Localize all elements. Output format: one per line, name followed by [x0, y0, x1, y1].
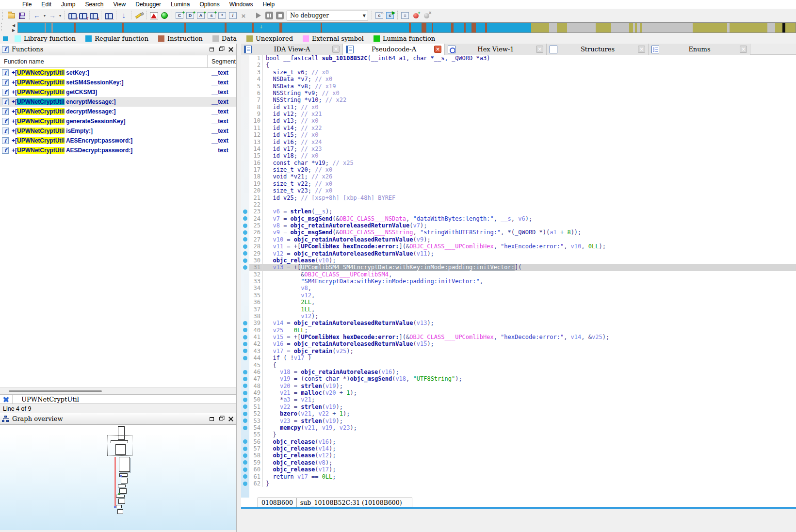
jump-icon[interactable]: ↓ — [118, 10, 129, 21]
create-struct-icon[interactable]: * — [217, 10, 227, 21]
tab-close-icon[interactable]: × — [638, 46, 645, 53]
navband-right-icon[interactable]: ▶ — [12, 28, 15, 32]
navband-left-icon[interactable]: ◀ — [12, 23, 15, 28]
pseudocode-line[interactable]: 55 } — [241, 431, 796, 438]
function-row[interactable]: f+[UPWNetCryptUtil encryptMessage:]__tex… — [0, 97, 236, 107]
pseudocode-line[interactable]: 57 objc_release(v14); — [241, 445, 796, 452]
line-text[interactable]: objc_release(v10); — [262, 257, 796, 264]
line-dot[interactable] — [241, 229, 249, 236]
line-dot[interactable] — [241, 257, 249, 264]
line-text[interactable]: objc_release(v16); — [262, 438, 796, 445]
forward-icon[interactable]: → — [47, 10, 58, 21]
line-dot[interactable] — [241, 424, 249, 431]
function-row[interactable]: f+[UPWNetCryptUtil setSM4SessionKey:]__t… — [0, 78, 236, 87]
line-text[interactable]: size_t v6; // x0 — [262, 69, 796, 76]
line-text[interactable]: v20 = strlen(v19); — [262, 383, 796, 389]
line-dot[interactable] — [241, 264, 249, 271]
line-text[interactable]: "SM4EncryptData:withKey:inMode:padding:i… — [262, 278, 796, 285]
pseudocode-line[interactable]: 32 &OBJC_CLASS___UPComlibSM4, — [241, 271, 796, 278]
create-data-icon[interactable]: D+ — [185, 10, 195, 21]
search-text-icon[interactable]: T — [78, 10, 88, 21]
line-text[interactable]: size_t v22; // x0 — [262, 180, 796, 187]
line-dot[interactable] — [241, 459, 249, 466]
pseudocode-line[interactable]: 41 v15 = +[UPComlibHex hexDecode:error:]… — [241, 334, 796, 340]
pseudocode-line[interactable]: 17 size_t v20; // x0 — [241, 166, 796, 173]
pseudocode-line[interactable]: 36 2LL, — [241, 299, 796, 306]
close-button[interactable] — [227, 47, 234, 52]
tab-close-icon[interactable]: × — [434, 46, 441, 53]
line-text[interactable]: v11 = +[UPComlibHex hexEncode:error:](&O… — [262, 243, 796, 250]
pseudocode-line[interactable]: 44 if ( !v17 ) — [241, 355, 796, 361]
line-text[interactable]: v18 = objc_retainAutorelease(v16); — [262, 369, 796, 375]
function-row[interactable]: f+[UPWNetCryptUtil setKey:]__text — [0, 68, 236, 78]
line-dot[interactable] — [241, 369, 249, 375]
line-text[interactable]: v13 = +[UPComlibSM4 SM4EncryptData:withK… — [262, 264, 796, 271]
line-text[interactable]: id v17; // x23 — [262, 145, 796, 152]
pseudocode-line[interactable]: 34 v8, — [241, 285, 796, 291]
breakpoint-add-icon[interactable]: + — [410, 10, 421, 21]
line-text[interactable]: objc_release(v17); — [262, 466, 796, 473]
line-text[interactable]: NSData *v7; // x0 — [262, 76, 796, 82]
pseudocode-line[interactable]: 10 id v13; // x0 — [241, 117, 796, 124]
line-text[interactable]: v8 = objc_retainAutoreleasedReturnValue(… — [262, 222, 796, 229]
function-row[interactable]: f+[UPWNetCryptUtil AESDecrypt:password:]… — [0, 145, 236, 155]
line-text[interactable]: v12, — [262, 292, 796, 299]
pseudocode-line[interactable]: 4 NSData *v7; // x0 — [241, 76, 796, 82]
pseudocode-line[interactable]: 18 void *v21; // x26 — [241, 173, 796, 180]
line-dot[interactable] — [241, 236, 249, 243]
pseudocode-line[interactable]: 43 v17 = objc_retain(v25); — [241, 348, 796, 355]
line-text[interactable]: v6 = strlen(__s); — [262, 208, 796, 215]
attach-process-icon[interactable]: c← — [374, 10, 385, 21]
pseudocode-line[interactable]: 3 size_t v6; // x0 — [241, 69, 796, 76]
line-dot[interactable] — [241, 438, 249, 445]
functions-hscrollbar[interactable] — [0, 387, 236, 394]
navband-grip[interactable] — [1, 22, 4, 32]
pseudocode-line[interactable]: 5 NSData *v8; // x19 — [241, 83, 796, 90]
pseudocode-line[interactable]: 22 — [241, 201, 796, 208]
pseudocode-view[interactable]: 1bool __fastcall sub_10108B52C(__int64 a… — [241, 55, 796, 498]
line-text[interactable] — [262, 201, 796, 208]
line-text[interactable]: } — [262, 431, 796, 438]
tab-enums[interactable]: Enums× — [649, 44, 750, 55]
undefine-icon[interactable]: × — [238, 10, 249, 21]
pseudocode-line[interactable]: 27 v10 = objc_retainAutoreleasedReturnVa… — [241, 236, 796, 243]
pseudocode-line[interactable]: 29 v12 = objc_retainAutoreleasedReturnVa… — [241, 250, 796, 257]
menu-search[interactable]: Search — [80, 0, 108, 8]
pseudocode-line[interactable]: 28 v11 = +[UPComlibHex hexEncode:error:]… — [241, 243, 796, 250]
line-dot[interactable] — [241, 250, 249, 257]
line-dot[interactable] — [241, 215, 249, 222]
pseudocode-line[interactable]: 45 { — [241, 362, 796, 369]
pseudocode-line[interactable]: 26 v9 = objc_msgSend(&OBJC_CLASS___NSStr… — [241, 229, 796, 236]
column-segment[interactable]: Segment — [211, 58, 236, 65]
line-text[interactable]: v12); — [262, 313, 796, 320]
line-text[interactable]: *a3 = v21; — [262, 396, 796, 403]
debugger-select[interactable]: No debugger▼ — [287, 11, 368, 20]
line-text[interactable]: objc_release(v8); — [262, 459, 796, 466]
line-dot[interactable] — [241, 396, 249, 403]
search-next-icon[interactable]: → — [103, 10, 114, 21]
pseudocode-line[interactable]: 1bool __fastcall sub_10108B52C(__int64 a… — [241, 55, 796, 62]
line-text[interactable]: id v13; // x0 — [262, 117, 796, 124]
pseudocode-line[interactable]: 33 "SM4EncryptData:withKey:inMode:paddin… — [241, 278, 796, 285]
create-code-icon[interactable]: C+ — [174, 10, 185, 21]
search-names-icon[interactable]: # — [67, 10, 78, 21]
save-icon[interactable] — [19, 13, 25, 19]
pseudocode-line[interactable]: 52 bzero(v21, v22 + 1); — [241, 410, 796, 417]
pseudocode-line[interactable]: 62} — [241, 480, 796, 487]
pseudocode-line[interactable]: 56 objc_release(v16); — [241, 438, 796, 445]
pseudocode-line[interactable]: 23 v6 = strlen(__s); — [241, 208, 796, 215]
highlight-icon[interactable] — [135, 13, 142, 18]
line-dot[interactable] — [241, 480, 249, 487]
line-text[interactable]: objc_release(v14); — [262, 445, 796, 452]
pseudocode-line[interactable]: 38 v12); — [241, 313, 796, 320]
line-text[interactable]: v14 = objc_retainAutoreleasedReturnValue… — [262, 320, 796, 326]
line-text[interactable]: v21 = malloc(v20 + 1); — [262, 389, 796, 396]
pseudocode-line[interactable]: 46 v18 = objc_retainAutorelease(v16); — [241, 369, 796, 375]
line-text[interactable]: v19 = (const char *)objc_msgSend(v18, "U… — [262, 375, 796, 382]
line-text[interactable]: id v11; // x0 — [262, 104, 796, 111]
line-text[interactable]: id v16; // x24 — [262, 139, 796, 145]
debug-start-icon[interactable] — [253, 10, 264, 21]
column-function-name[interactable]: Function name — [0, 58, 236, 65]
menu-options[interactable]: Options — [195, 0, 224, 8]
tab-ida-view-a[interactable]: IDA View-A× — [241, 44, 343, 55]
